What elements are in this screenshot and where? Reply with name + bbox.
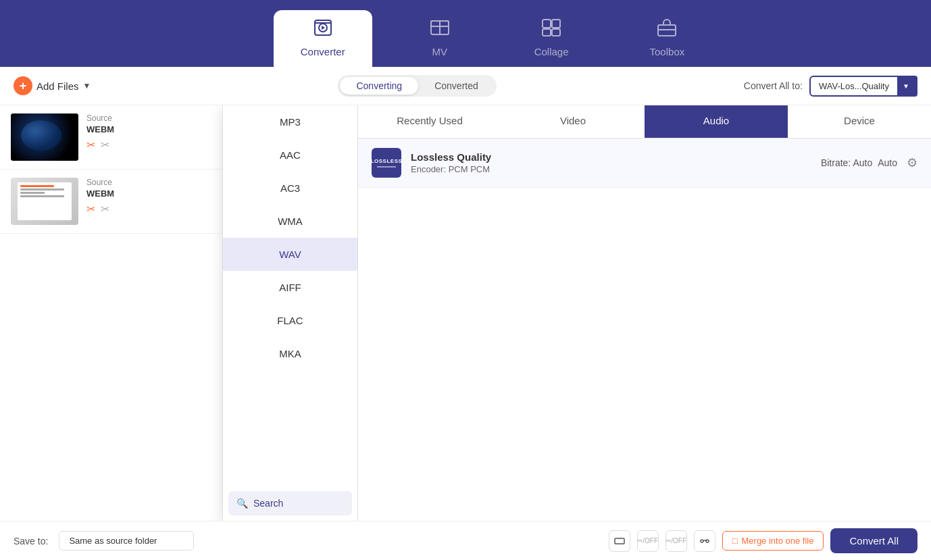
convert-all-button[interactable]: Convert All bbox=[830, 528, 917, 553]
add-files-label: Add Files bbox=[36, 80, 79, 92]
thumb-line-1 bbox=[20, 185, 54, 187]
search-icon: 🔍 bbox=[236, 498, 248, 509]
svg-rect-8 bbox=[552, 20, 560, 28]
select-arrow-icon: ▼ bbox=[897, 76, 917, 97]
earth-thumbnail bbox=[11, 113, 78, 161]
collage-icon bbox=[541, 18, 561, 42]
format-dropdown-overlay: MP3 AAC AC3 WMA WAV AIFF FLAC MKA 🔍 Sear… bbox=[223, 105, 931, 521]
format-item-aac[interactable]: AAC bbox=[223, 138, 357, 172]
file-info: Source WEBM ✂ ✂ bbox=[86, 113, 211, 151]
screen-thumbnail bbox=[11, 178, 78, 225]
nav-tab-spacer bbox=[27, 49, 274, 67]
convert-all-select-wrapper: WAV-Los...Quality ▼ bbox=[809, 76, 917, 97]
save-to-path[interactable]: Same as source folder bbox=[59, 531, 194, 551]
off-icon-2[interactable]: ✂/OFF bbox=[665, 530, 687, 552]
file-thumbnail-screen bbox=[11, 178, 78, 225]
thumb-line-3 bbox=[20, 192, 45, 194]
thumb-line-4 bbox=[20, 195, 64, 197]
tab-recently-used[interactable]: Recently Used bbox=[358, 105, 501, 138]
file-actions: ✂ ✂ bbox=[86, 138, 211, 151]
file-format: WEBM bbox=[86, 124, 211, 134]
thumb-line-2 bbox=[20, 188, 64, 190]
link-icon[interactable] bbox=[694, 530, 715, 552]
format-list-panel: MP3 AAC AC3 WMA WAV AIFF FLAC MKA 🔍 Sear… bbox=[223, 105, 358, 521]
file-list-panel: Source WEBM ✂ ✂ bbox=[0, 105, 223, 521]
file-item: Source WEBM ✂ ✂ bbox=[0, 170, 222, 234]
quality-item: LOSSLESS Lossless Quality Encoder: PCM P… bbox=[358, 138, 931, 188]
mv-icon bbox=[430, 18, 450, 42]
svg-point-15 bbox=[706, 540, 709, 542]
format-item-ac3[interactable]: AC3 bbox=[223, 172, 357, 205]
bottom-actions: ✂/OFF ✂/OFF □ Merge into one file Conver… bbox=[609, 528, 917, 553]
merge-icon: □ bbox=[732, 536, 738, 546]
format-item-wma[interactable]: WMA bbox=[223, 205, 357, 238]
file-item: Source WEBM ✂ ✂ bbox=[0, 105, 222, 170]
chevron-down-icon: ▼ bbox=[83, 81, 91, 91]
nav-tab-toolbox[interactable]: Toolbox bbox=[623, 10, 712, 67]
svg-rect-13 bbox=[615, 538, 624, 544]
format-search[interactable]: 🔍 Search bbox=[228, 491, 352, 515]
format-item-flac[interactable]: FLAC bbox=[223, 304, 357, 337]
file-source-label: Source bbox=[86, 113, 211, 123]
quality-icon-bar bbox=[377, 166, 396, 168]
merge-button[interactable]: □ Merge into one file bbox=[722, 531, 824, 551]
toolbox-icon bbox=[657, 18, 677, 42]
quality-icon-text: LOSSLESS bbox=[371, 158, 403, 164]
format-item-wav[interactable]: WAV bbox=[223, 238, 357, 271]
file-format-2: WEBM bbox=[86, 188, 211, 199]
main-area: + Add Files ▼ Converting Converted Conve… bbox=[0, 67, 931, 560]
convert-all-label: Convert All to: bbox=[744, 80, 803, 91]
scissors-bottom-icon[interactable] bbox=[609, 530, 630, 552]
nav-tab-mv[interactable]: MV bbox=[399, 10, 480, 67]
svg-rect-9 bbox=[543, 29, 551, 36]
screen-inner bbox=[18, 182, 72, 220]
quality-panel: Recently Used Video Audio Device LOSSLES… bbox=[358, 105, 931, 521]
file-actions-2: ✂ ✂ bbox=[86, 203, 211, 215]
nav-tab-collage[interactable]: Collage bbox=[507, 10, 596, 67]
format-item-mka[interactable]: MKA bbox=[223, 337, 357, 370]
off-icon-1[interactable]: ✂/OFF bbox=[637, 530, 659, 552]
cut-icon-2[interactable]: ✂ bbox=[86, 203, 95, 215]
converter-icon bbox=[313, 18, 333, 42]
tab-converting[interactable]: Converting bbox=[340, 77, 418, 95]
quality-details: Lossless Quality Encoder: PCM PCM bbox=[411, 151, 811, 174]
merge-label: Merge into one file bbox=[742, 536, 814, 546]
toolbar: + Add Files ▼ Converting Converted Conve… bbox=[0, 67, 931, 105]
nav-tab-collage-label: Collage bbox=[534, 46, 569, 57]
encoder-label: Encoder: PCM bbox=[411, 164, 468, 174]
tab-device[interactable]: Device bbox=[788, 105, 931, 138]
quality-bitrate: Bitrate: Auto Auto bbox=[821, 157, 897, 168]
format-item-mp3[interactable]: MP3 bbox=[223, 105, 357, 138]
file-thumbnail-earth bbox=[11, 113, 78, 161]
quality-name: Lossless Quality bbox=[411, 151, 811, 163]
bitrate-value: Auto bbox=[878, 157, 897, 168]
file-info-2: Source WEBM ✂ ✂ bbox=[86, 178, 211, 215]
save-to-label: Save to: bbox=[14, 536, 48, 546]
quality-icon: LOSSLESS bbox=[372, 148, 401, 178]
svg-rect-7 bbox=[543, 20, 551, 28]
tab-converted[interactable]: Converted bbox=[418, 77, 495, 95]
format-tabs: Recently Used Video Audio Device bbox=[358, 105, 931, 138]
cut-icon[interactable]: ✂ bbox=[86, 138, 95, 151]
svg-marker-2 bbox=[322, 26, 325, 30]
format-item-aiff[interactable]: AIFF bbox=[223, 271, 357, 304]
off-label-2: ✂/OFF bbox=[665, 537, 686, 544]
tab-audio[interactable]: Audio bbox=[645, 105, 788, 138]
scissors-icon-2[interactable]: ✂ bbox=[101, 203, 109, 215]
svg-point-14 bbox=[701, 540, 703, 542]
add-files-button[interactable]: + Add Files ▼ bbox=[14, 76, 91, 95]
nav-tab-converter-label: Converter bbox=[301, 46, 345, 57]
nav-tab-mv-label: MV bbox=[432, 46, 447, 57]
scissors-icon[interactable]: ✂ bbox=[101, 138, 109, 151]
convert-all-wrapper: Convert All to: WAV-Los...Quality ▼ bbox=[744, 76, 917, 97]
file-source-label-2: Source bbox=[86, 178, 211, 187]
content-area: Source WEBM ✂ ✂ bbox=[0, 105, 931, 521]
quality-encoder: Encoder: PCM PCM bbox=[411, 164, 811, 174]
add-files-icon: + bbox=[14, 76, 32, 95]
tab-video[interactable]: Video bbox=[501, 105, 645, 138]
off-label-1: ✂/OFF bbox=[637, 537, 658, 544]
nav-tab-converter[interactable]: Converter bbox=[274, 10, 372, 67]
bitrate-label: Bitrate: Auto bbox=[821, 157, 872, 168]
svg-rect-10 bbox=[552, 29, 560, 36]
quality-settings-icon[interactable]: ⚙ bbox=[907, 155, 917, 170]
